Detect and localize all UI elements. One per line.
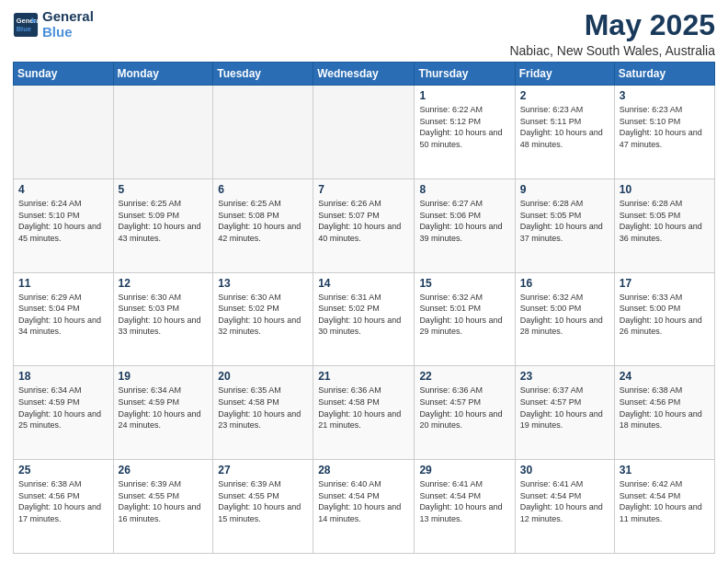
day-info: Sunrise: 6:41 AM Sunset: 4:54 PM Dayligh… xyxy=(419,478,509,524)
table-row xyxy=(14,86,114,179)
col-tuesday: Tuesday xyxy=(213,63,313,86)
table-row: 15Sunrise: 6:32 AM Sunset: 5:01 PM Dayli… xyxy=(415,272,515,366)
table-row: 27Sunrise: 6:39 AM Sunset: 4:55 PM Dayli… xyxy=(213,460,313,554)
day-number: 21 xyxy=(318,370,409,383)
table-row xyxy=(113,86,213,179)
day-info: Sunrise: 6:27 AM Sunset: 5:06 PM Dayligh… xyxy=(419,198,509,244)
day-info: Sunrise: 6:38 AM Sunset: 4:56 PM Dayligh… xyxy=(620,385,710,431)
day-info: Sunrise: 6:38 AM Sunset: 4:56 PM Dayligh… xyxy=(18,478,108,524)
table-row: 8Sunrise: 6:27 AM Sunset: 5:06 PM Daylig… xyxy=(415,178,515,272)
table-row: 2Sunrise: 6:23 AM Sunset: 5:11 PM Daylig… xyxy=(515,86,614,179)
table-row: 7Sunrise: 6:26 AM Sunset: 5:07 PM Daylig… xyxy=(313,178,415,272)
day-number: 3 xyxy=(620,89,710,102)
table-row: 11Sunrise: 6:29 AM Sunset: 5:04 PM Dayli… xyxy=(14,272,114,366)
day-number: 26 xyxy=(119,464,209,477)
day-info: Sunrise: 6:35 AM Sunset: 4:58 PM Dayligh… xyxy=(218,385,308,431)
logo-icon: General Blue xyxy=(13,12,39,38)
day-info: Sunrise: 6:42 AM Sunset: 4:54 PM Dayligh… xyxy=(620,478,710,524)
table-row: 1Sunrise: 6:22 AM Sunset: 5:12 PM Daylig… xyxy=(415,86,515,179)
calendar-table: Sunday Monday Tuesday Wednesday Thursday… xyxy=(13,62,715,554)
table-row xyxy=(213,86,313,179)
day-info: Sunrise: 6:31 AM Sunset: 5:02 PM Dayligh… xyxy=(318,292,409,338)
day-info: Sunrise: 6:41 AM Sunset: 4:54 PM Dayligh… xyxy=(520,478,609,524)
day-info: Sunrise: 6:28 AM Sunset: 5:05 PM Dayligh… xyxy=(620,198,710,244)
logo-text: General Blue xyxy=(42,9,94,40)
day-number: 29 xyxy=(419,464,509,477)
day-info: Sunrise: 6:37 AM Sunset: 4:57 PM Dayligh… xyxy=(520,385,609,431)
day-number: 28 xyxy=(318,464,409,477)
day-info: Sunrise: 6:32 AM Sunset: 5:01 PM Dayligh… xyxy=(419,292,509,338)
day-info: Sunrise: 6:33 AM Sunset: 5:00 PM Dayligh… xyxy=(620,292,710,338)
table-row: 17Sunrise: 6:33 AM Sunset: 5:00 PM Dayli… xyxy=(614,272,714,366)
table-row: 3Sunrise: 6:23 AM Sunset: 5:10 PM Daylig… xyxy=(614,86,714,179)
day-info: Sunrise: 6:25 AM Sunset: 5:09 PM Dayligh… xyxy=(119,198,209,244)
day-number: 30 xyxy=(520,464,609,477)
col-sunday: Sunday xyxy=(14,63,114,86)
table-row xyxy=(313,86,415,179)
day-info: Sunrise: 6:29 AM Sunset: 5:04 PM Dayligh… xyxy=(18,292,108,338)
logo: General Blue General Blue xyxy=(13,9,94,40)
page: General Blue General Blue May 2025 Nabia… xyxy=(0,0,728,563)
day-info: Sunrise: 6:40 AM Sunset: 4:54 PM Dayligh… xyxy=(318,478,409,524)
calendar-week-row: 4Sunrise: 6:24 AM Sunset: 5:10 PM Daylig… xyxy=(14,178,715,272)
table-row: 5Sunrise: 6:25 AM Sunset: 5:09 PM Daylig… xyxy=(113,178,213,272)
table-row: 6Sunrise: 6:25 AM Sunset: 5:08 PM Daylig… xyxy=(213,178,313,272)
day-info: Sunrise: 6:36 AM Sunset: 4:58 PM Dayligh… xyxy=(318,385,409,431)
day-info: Sunrise: 6:23 AM Sunset: 5:11 PM Dayligh… xyxy=(520,104,609,150)
day-info: Sunrise: 6:34 AM Sunset: 4:59 PM Dayligh… xyxy=(119,385,209,431)
day-number: 31 xyxy=(620,464,710,477)
table-row: 14Sunrise: 6:31 AM Sunset: 5:02 PM Dayli… xyxy=(313,272,415,366)
table-row: 12Sunrise: 6:30 AM Sunset: 5:03 PM Dayli… xyxy=(113,272,213,366)
day-number: 16 xyxy=(520,277,609,290)
header: General Blue General Blue May 2025 Nabia… xyxy=(13,9,715,58)
day-info: Sunrise: 6:39 AM Sunset: 4:55 PM Dayligh… xyxy=(119,478,209,524)
day-number: 12 xyxy=(119,277,209,290)
svg-text:Blue: Blue xyxy=(17,25,31,33)
calendar-week-row: 18Sunrise: 6:34 AM Sunset: 4:59 PM Dayli… xyxy=(14,366,715,460)
day-info: Sunrise: 6:36 AM Sunset: 4:57 PM Dayligh… xyxy=(419,385,509,431)
col-monday: Monday xyxy=(113,63,213,86)
calendar-week-row: 11Sunrise: 6:29 AM Sunset: 5:04 PM Dayli… xyxy=(14,272,715,366)
table-row: 30Sunrise: 6:41 AM Sunset: 4:54 PM Dayli… xyxy=(515,460,614,554)
col-saturday: Saturday xyxy=(614,63,714,86)
table-row: 22Sunrise: 6:36 AM Sunset: 4:57 PM Dayli… xyxy=(415,366,515,460)
day-number: 10 xyxy=(620,183,710,196)
table-row: 4Sunrise: 6:24 AM Sunset: 5:10 PM Daylig… xyxy=(14,178,114,272)
day-number: 5 xyxy=(119,183,209,196)
day-number: 23 xyxy=(520,370,609,383)
day-info: Sunrise: 6:25 AM Sunset: 5:08 PM Dayligh… xyxy=(218,198,308,244)
col-wednesday: Wednesday xyxy=(313,63,415,86)
calendar-week-row: 25Sunrise: 6:38 AM Sunset: 4:56 PM Dayli… xyxy=(14,460,715,554)
day-number: 15 xyxy=(419,277,509,290)
table-row: 31Sunrise: 6:42 AM Sunset: 4:54 PM Dayli… xyxy=(614,460,714,554)
table-row: 19Sunrise: 6:34 AM Sunset: 4:59 PM Dayli… xyxy=(113,366,213,460)
day-number: 19 xyxy=(119,370,209,383)
day-number: 24 xyxy=(620,370,710,383)
day-number: 7 xyxy=(318,183,409,196)
logo-line2: Blue xyxy=(42,25,94,40)
day-number: 4 xyxy=(18,183,108,196)
day-number: 13 xyxy=(218,277,308,290)
day-info: Sunrise: 6:24 AM Sunset: 5:10 PM Dayligh… xyxy=(18,198,108,244)
day-info: Sunrise: 6:26 AM Sunset: 5:07 PM Dayligh… xyxy=(318,198,409,244)
table-row: 9Sunrise: 6:28 AM Sunset: 5:05 PM Daylig… xyxy=(515,178,614,272)
day-number: 11 xyxy=(18,277,108,290)
day-number: 9 xyxy=(520,183,609,196)
day-info: Sunrise: 6:22 AM Sunset: 5:12 PM Dayligh… xyxy=(419,104,509,150)
table-row: 29Sunrise: 6:41 AM Sunset: 4:54 PM Dayli… xyxy=(415,460,515,554)
table-row: 18Sunrise: 6:34 AM Sunset: 4:59 PM Dayli… xyxy=(14,366,114,460)
day-number: 6 xyxy=(218,183,308,196)
table-row: 23Sunrise: 6:37 AM Sunset: 4:57 PM Dayli… xyxy=(515,366,614,460)
day-number: 20 xyxy=(218,370,308,383)
day-info: Sunrise: 6:30 AM Sunset: 5:02 PM Dayligh… xyxy=(218,292,308,338)
table-row: 21Sunrise: 6:36 AM Sunset: 4:58 PM Dayli… xyxy=(313,366,415,460)
day-number: 22 xyxy=(419,370,509,383)
table-row: 28Sunrise: 6:40 AM Sunset: 4:54 PM Dayli… xyxy=(313,460,415,554)
day-info: Sunrise: 6:30 AM Sunset: 5:03 PM Dayligh… xyxy=(119,292,209,338)
calendar-header-row: Sunday Monday Tuesday Wednesday Thursday… xyxy=(14,63,715,86)
subtitle: Nabiac, New South Wales, Australia xyxy=(509,43,715,58)
day-info: Sunrise: 6:28 AM Sunset: 5:05 PM Dayligh… xyxy=(520,198,609,244)
table-row: 26Sunrise: 6:39 AM Sunset: 4:55 PM Dayli… xyxy=(113,460,213,554)
day-number: 25 xyxy=(18,464,108,477)
day-number: 17 xyxy=(620,277,710,290)
